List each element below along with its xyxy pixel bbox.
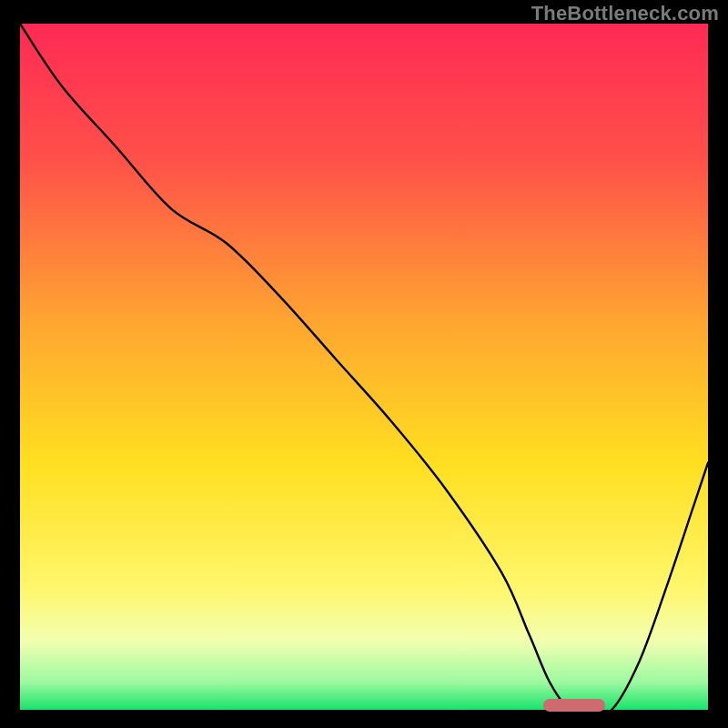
optimal-range-marker: [543, 699, 605, 712]
watermark-label: TheBottleneck.com: [531, 2, 719, 25]
chart-background: [20, 24, 708, 710]
bottleneck-chart: [20, 24, 708, 710]
chart-frame: TheBottleneck.com: [0, 0, 728, 728]
